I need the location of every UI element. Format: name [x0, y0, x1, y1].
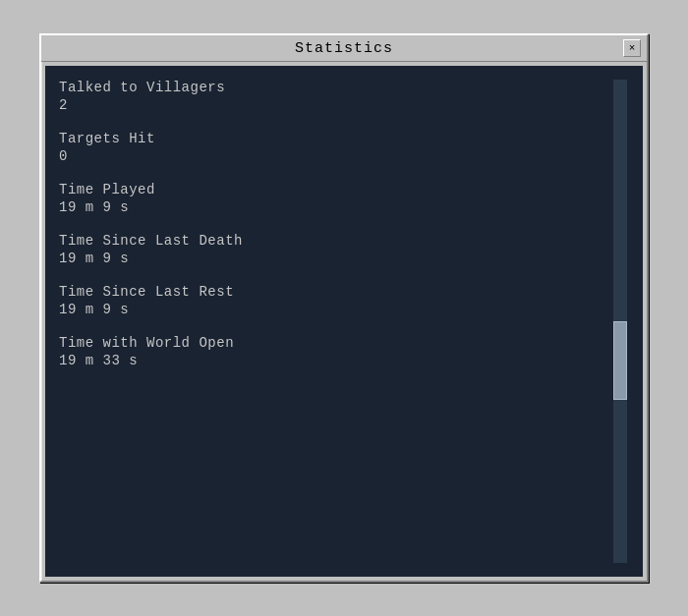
statistics-window: Statistics × Talked to Villagers2Targets… — [39, 33, 649, 583]
window-title: Statistics — [65, 40, 623, 57]
stat-value: 19 m 9 s — [59, 199, 607, 215]
stat-label: Time with World Open — [59, 335, 607, 351]
stat-item: Targets Hit0 — [59, 131, 607, 164]
stat-label: Talked to Villagers — [59, 80, 607, 95]
title-bar: Statistics × — [41, 35, 647, 62]
stat-value: 19 m 9 s — [59, 251, 607, 266]
scrollbar-thumb[interactable] — [613, 321, 627, 400]
stat-label: Time Played — [59, 182, 607, 197]
stat-item: Time with World Open19 m 33 s — [59, 335, 607, 374]
stats-list: Talked to Villagers2Targets Hit0Time Pla… — [59, 80, 607, 563]
close-button[interactable]: × — [623, 39, 641, 57]
stat-value: 19 m 9 s — [59, 302, 607, 317]
stat-value: 19 m 33 s — [59, 353, 607, 368]
stat-item: Talked to Villagers2 — [59, 80, 607, 113]
stat-value: 0 — [59, 148, 607, 164]
stat-label: Time Since Last Death — [59, 233, 607, 249]
content-area: Talked to Villagers2Targets Hit0Time Pla… — [45, 66, 643, 577]
stat-item: Time Played19 m 9 s — [59, 182, 607, 215]
stat-label: Targets Hit — [59, 131, 607, 146]
stat-label: Time Since Last Rest — [59, 284, 607, 300]
scrollbar-track[interactable] — [613, 80, 627, 563]
stat-item: Time Since Last Rest19 m 9 s — [59, 284, 607, 317]
stat-value: 2 — [59, 97, 607, 113]
stat-item: Time Since Last Death19 m 9 s — [59, 233, 607, 266]
